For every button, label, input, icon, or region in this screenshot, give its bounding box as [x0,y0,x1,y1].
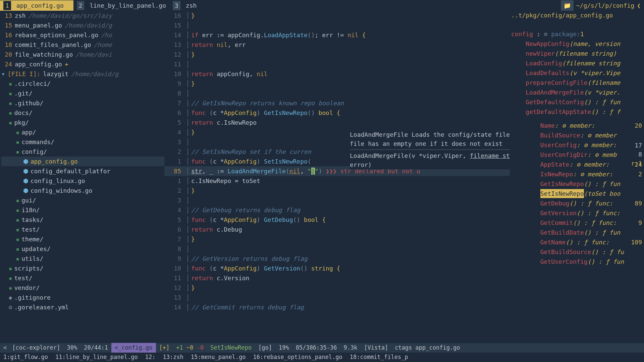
folder-open-icon: ▪ [9,118,12,127]
tree-folder[interactable]: ▪.github/ [1,98,164,108]
outline-item[interactable]: AppState : ⚙ member:24 [511,160,644,169]
code-line[interactable]: 6│ return c.Debug [164,225,510,234]
code-line[interactable]: 15│ [164,20,510,30]
code-line[interactable]: 8│ [164,88,510,98]
tree-file[interactable]: ⬢config_default_platfor [1,166,164,176]
tree-folder[interactable]: ▪tasks/ [1,215,164,225]
code-line[interactable]: 7│ // GetIsNewRepo returns known repo bo… [164,98,510,108]
code-line[interactable]: 12│ } [164,50,510,59]
outline-item[interactable]: GetDebug() : ƒ func:89 [511,198,644,208]
status-line: < [coc-explorer] 30% 20/44:1 <_config.go… [0,343,644,353]
status-position-right: 85/386:35-36 [292,343,340,353]
code-line[interactable]: 11│ return c.Version [164,273,510,283]
tab[interactable]: 1app_config.go* [0,0,73,11]
tree-folder[interactable]: ▪gui/ [1,195,164,205]
tree-folder[interactable]: ▪test/ [1,273,164,283]
tree-folder[interactable]: ▪utils/ [1,254,164,263]
code-line[interactable]: 9│} [164,79,510,88]
code-line[interactable]: 16│ } [164,11,510,20]
tree-file[interactable]: ⬢app_config.go [1,157,164,166]
buffer-entry[interactable]: 13zsh/home/david/go/src/lazy [1,11,164,20]
tab[interactable]: 2line_by_line_panel.go [73,0,169,11]
editor-panel[interactable]: 16│ }15│ 14│ if err := appConfig.LoadApp… [164,11,510,343]
bufferlist-item[interactable]: 18:commit_files_p [350,353,408,362]
tree-folder[interactable]: ▪docs/ [1,108,164,118]
code-line[interactable]: 5│ func (c *AppConfig) GetDebug() bool { [164,215,510,225]
code-line[interactable]: 10│ func (c *AppConfig) GetVersion() str… [164,263,510,273]
code-line[interactable]: 6│ func (c *AppConfig) GetIsNewRepo() bo… [164,108,510,118]
bufferlist-item[interactable]: 1:git_flow.go [3,353,48,362]
outline-item[interactable]: GetName() : ƒ func:109 [511,237,644,247]
folder-icon: ▪ [9,264,12,273]
code-line[interactable]: 9│ // GetVersion returns debug flag [164,254,510,263]
tree-folder[interactable]: ▪app/ [1,127,164,137]
outline-item[interactable]: GetIsNewRepo() : ƒ fun [511,179,644,189]
tree-folder[interactable]: ▪commands/ [1,137,164,147]
tree-folder[interactable]: ▪test/ [1,225,164,234]
code-line[interactable]: 5│ return c.IsNewRepo [164,118,510,127]
outline-item[interactable]: GetDefaultConfig() : ƒ fun [511,97,644,107]
bufferlist-item[interactable]: 12: [145,353,156,362]
tree-folder[interactable]: ▪theme/ [1,234,164,244]
outline-item[interactable]: Name : ⚙ member:20 [511,121,644,130]
bufferlist-item[interactable]: 13:zsh [163,353,183,362]
tab[interactable]: 3zsh [169,0,200,11]
outline-item[interactable]: UserConfig : ⚙ member: [511,140,644,150]
folder-icon: ▪ [16,215,19,224]
status-diff-added: +1 [176,344,183,351]
bufferlist-item[interactable]: 15:menu_panel.go [191,353,246,362]
outline-item[interactable]: GetUserConfig() : ƒ fun [511,257,644,266]
outline-item[interactable]: NewAppConfig(name, version [511,39,644,49]
tree-folder[interactable]: ▪vendor/ [1,283,164,293]
buffer-entry[interactable]: 16rebase_options_panel.go/ho [1,30,164,40]
code-line[interactable]: 13│ [164,293,510,302]
outline-item[interactable]: GetVersion() : ƒ func: [511,208,644,218]
outline-item[interactable]: SetIsNewRepo(toSet boo [511,189,644,198]
code-line[interactable]: 2│ } [164,186,510,195]
tree-folder[interactable]: ▪scripts/ [1,263,164,273]
outline-item[interactable]: GetBuildSource() : ƒ fu [511,247,644,257]
bufferlist-item[interactable]: 16:rebase_options_panel.go [253,353,342,362]
code-line[interactable]: 10│ return appConfig, nil [164,69,510,79]
code-line[interactable]: 12│ } [164,283,510,293]
outline-item[interactable]: GetBuildDate() : ƒ fun [511,228,644,237]
cwd-path: ~/g/s/l/p/config [576,1,634,10]
tree-file[interactable]: ⬢config_linux.go [1,176,164,186]
code-line[interactable]: 3│ [164,195,510,205]
outline-item[interactable]: LoadAndMergeFile(v *viper. [511,87,644,97]
code-line[interactable]: 4│ // GetDebug returns debug flag [164,205,510,215]
buffer-entry[interactable]: 15menu_panel.go/home/david/g [1,20,164,30]
tree-folder[interactable]: ▪.circleci/ [1,79,164,88]
code-line[interactable]: 14│ // GetCommit returns debug flag [164,302,510,312]
tree-file[interactable]: ⬢config_windows.go [1,186,164,195]
outline-item[interactable]: prepareConfigFile(filename [511,78,644,87]
buffer-entry[interactable]: 20file_watching.go/home/davi [1,50,164,59]
folder-icon: ▪ [16,254,19,263]
buffer-entry[interactable]: 24app_config.go+ [1,59,164,69]
buffer-entry[interactable]: 18commit_files_panel.go/home [1,40,164,50]
code-line[interactable]: 11│ [164,59,510,69]
outline-item[interactable]: BuildSource : ⚙ member [511,130,644,140]
code-line[interactable]: 14│ if err := appConfig.LoadAppState(); … [164,30,510,40]
code-line[interactable]: 13│ return nil, err [164,40,510,50]
outline-item[interactable]: LoadConfig(filename string [511,58,644,68]
tree-folder[interactable]: ▪config/ [1,147,164,157]
tree-folder[interactable]: ▪updates/ [1,244,164,254]
code-line[interactable]: 7│ } [164,234,510,244]
tree-folder[interactable]: ▪.git/ [1,88,164,98]
tree-file[interactable]: ◆.gitignore [1,293,164,302]
code-line[interactable]: 8│ [164,244,510,254]
outline-item[interactable]: LoadDefaults(v *viper.Vipe [511,68,644,78]
code-line[interactable]: 1│ c.IsNewRepo = toSet [164,176,510,186]
outline-item[interactable]: IsNewRepo : ⚙ member:2 [511,169,644,179]
tree-file[interactable]: ⚙.goreleaser.yml [1,302,164,312]
bufferlist-item[interactable]: 11:line_by_line_panel.go [55,353,138,362]
tree-folder[interactable]: ▪i18n/ [1,205,164,215]
tree-folder[interactable]: ▪pkg/ [1,118,164,127]
status-filetype: [go] [255,343,275,353]
status-percent-left: 30% [64,343,81,353]
outline-item[interactable]: GetCommit() : ƒ func:9 [511,218,644,228]
outline-item[interactable]: getDefaultAppState() : ƒ f [511,107,644,117]
outline-item[interactable]: newViper(filename string) [511,49,644,58]
outline-item[interactable]: UserConfigDir : ⚙ memb [511,150,644,160]
